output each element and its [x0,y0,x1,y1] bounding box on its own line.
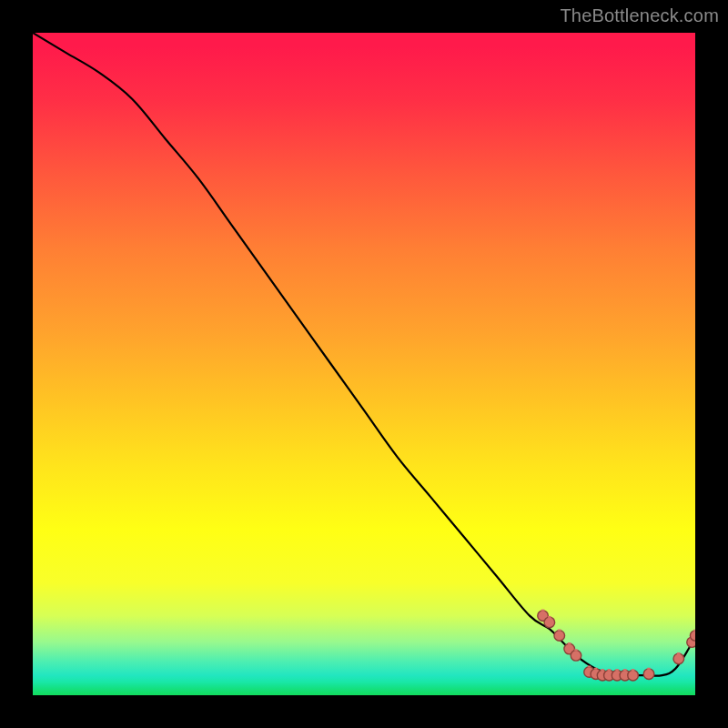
svg-rect-12 [647,668,650,670]
svg-rect-7 [601,669,603,671]
data-marker [544,617,555,628]
svg-rect-8 [608,669,611,671]
svg-rect-10 [623,669,626,671]
chart-plot-area [33,33,695,695]
data-marker [690,631,695,641]
svg-rect-6 [594,668,597,670]
svg-rect-9 [615,669,618,671]
data-marker [554,631,565,642]
data-marker [628,670,639,681]
svg-rect-0 [541,610,544,612]
svg-rect-13 [677,652,680,654]
data-marker [673,653,684,664]
chart-frame: TheBottleneck.com [0,0,728,728]
svg-rect-15 [693,630,695,632]
svg-rect-3 [568,642,571,644]
svg-rect-1 [548,616,551,618]
svg-rect-11 [632,669,634,671]
chart-markers [538,610,695,681]
data-marker [571,651,581,662]
svg-rect-2 [558,629,561,631]
bottleneck-curve [33,33,695,676]
data-marker [643,669,654,680]
chart-overlay-svg [33,33,695,695]
svg-rect-4 [574,649,577,651]
svg-rect-5 [588,666,591,668]
watermark-label: TheBottleneck.com [560,5,719,26]
